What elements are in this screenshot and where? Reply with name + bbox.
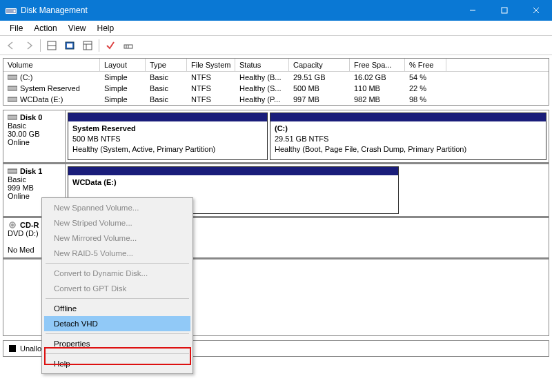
title-bar: Disk Management (0, 0, 552, 21)
volume-row[interactable]: (C:) Simple Basic NTFS Healthy (B... 29.… (3, 72, 549, 83)
volume-layout: Simple (100, 72, 146, 83)
volume-free: 110 MB (350, 83, 405, 94)
volume-fs: NTFS (187, 94, 235, 105)
volume-pfree: 98 % (405, 94, 446, 105)
toolbar-separator (40, 39, 41, 52)
disk-icon (8, 114, 17, 121)
partition-status: Healthy (Boot, Page File, Crash Dump, Pr… (275, 144, 542, 155)
ctx-offline[interactable]: Offline (44, 301, 190, 316)
volume-cap: 29.51 GB (289, 72, 350, 83)
volume-cap: 997 MB (289, 94, 350, 105)
volume-pfree: 54 % (405, 72, 446, 83)
partition-c[interactable]: (C:) 29.51 GB NTFS Healthy (Boot, Page F… (270, 112, 546, 160)
svg-rect-17 (8, 75, 17, 79)
minimize-button[interactable] (457, 0, 489, 21)
disk0-info[interactable]: Disk 0 Basic 30.00 GB Online (3, 110, 66, 162)
partition-system-reserved[interactable]: System Reserved 500 MB NTFS Healthy (Sys… (68, 112, 268, 160)
volume-fs: NTFS (187, 72, 235, 83)
svg-point-2 (14, 10, 16, 12)
volume-status: Healthy (P... (235, 94, 289, 105)
ctx-separator (46, 298, 189, 299)
maximize-button[interactable] (489, 0, 520, 21)
col-status[interactable]: Status (235, 59, 289, 71)
col-filesystem[interactable]: File System (187, 59, 235, 71)
volume-list-header: Volume Layout Type File System Status Ca… (3, 59, 549, 72)
volume-list: Volume Layout Type File System Status Ca… (3, 58, 549, 106)
menu-bar: File Action View Help (0, 21, 552, 36)
col-freespace[interactable]: Free Spa... (350, 59, 405, 71)
ctx-new-spanned: New Spanned Volume... (44, 200, 190, 215)
partition-cap: 500 MB NTFS (72, 134, 263, 144)
disk-icon (8, 168, 17, 175)
menu-file[interactable]: File (4, 22, 28, 35)
ctx-separator (46, 353, 189, 354)
partition-bar (68, 113, 267, 121)
tool-button-3[interactable] (120, 38, 137, 53)
ctx-new-raid5: New RAID-5 Volume... (44, 246, 190, 261)
toolbar (0, 36, 552, 55)
toolbar-separator (99, 39, 99, 52)
back-button (3, 38, 19, 53)
volume-type: Basic (146, 72, 187, 83)
ctx-separator (46, 263, 189, 264)
drive-icon (8, 96, 17, 103)
disk1-size: 999 MB (8, 184, 61, 192)
disk-row-0: Disk 0 Basic 30.00 GB Online System Rese… (3, 110, 549, 164)
partition-status: Healthy (System, Active, Primary Partiti… (72, 144, 263, 155)
col-pctfree[interactable]: % Free (405, 59, 446, 71)
partition-name: (C:) (275, 124, 542, 134)
volume-status: Healthy (S... (235, 83, 289, 94)
tool-button-1[interactable] (79, 38, 96, 53)
volume-fs: NTFS (187, 83, 235, 94)
volume-cap: 500 MB (289, 83, 350, 94)
menu-view[interactable]: View (63, 22, 92, 35)
partition-bar (270, 113, 546, 121)
refresh-button[interactable] (61, 38, 78, 53)
context-menu: New Spanned Volume... New Striped Volume… (41, 197, 193, 374)
svg-point-23 (12, 224, 14, 226)
disk0-state: Online (8, 138, 61, 146)
svg-rect-21 (8, 169, 17, 173)
svg-rect-11 (83, 41, 92, 50)
volume-row[interactable]: System Reserved Simple Basic NTFS Health… (3, 83, 549, 94)
disk1-type: Basic (8, 175, 61, 184)
volume-name: System Reserved (20, 84, 80, 92)
volume-free: 16.02 GB (350, 72, 405, 83)
swatch-unallocated (9, 345, 16, 352)
ctx-detach-vhd[interactable]: Detach VHD (44, 316, 190, 331)
svg-rect-10 (67, 43, 72, 48)
app-icon (6, 6, 17, 15)
ctx-help[interactable]: Help (44, 356, 190, 371)
col-volume[interactable]: Volume (3, 59, 100, 71)
volume-layout: Simple (100, 94, 146, 105)
tool-button-2[interactable] (102, 38, 119, 53)
view-large-button[interactable] (43, 38, 60, 53)
svg-rect-19 (8, 97, 17, 101)
ctx-new-mirrored: New Mirrored Volume... (44, 231, 190, 246)
disk0-name: Disk 0 (20, 113, 42, 121)
svg-rect-4 (502, 8, 507, 13)
volume-status: Healthy (B... (235, 72, 289, 83)
menu-help[interactable]: Help (92, 22, 120, 35)
forward-button (21, 38, 37, 53)
partition-cap: 29.51 GB NTFS (275, 134, 542, 144)
ctx-convert-dynamic: Convert to Dynamic Disk... (44, 266, 190, 281)
menu-action[interactable]: Action (28, 22, 62, 35)
volume-pfree: 22 % (405, 83, 446, 94)
volume-row[interactable]: WCData (E:) Simple Basic NTFS Healthy (P… (3, 94, 549, 105)
drive-icon (8, 85, 17, 92)
window-title: Disk Management (21, 6, 457, 15)
col-layout[interactable]: Layout (100, 59, 146, 71)
volume-name: WCData (E:) (20, 95, 63, 104)
svg-rect-20 (8, 115, 17, 119)
drive-icon (8, 74, 17, 81)
col-type[interactable]: Type (146, 59, 187, 71)
close-button[interactable] (520, 0, 552, 21)
svg-rect-18 (8, 86, 17, 90)
col-capacity[interactable]: Capacity (289, 59, 350, 71)
ctx-separator (46, 333, 189, 334)
disk1-name: Disk 1 (20, 167, 42, 175)
partition-name: System Reserved (72, 124, 263, 134)
ctx-properties[interactable]: Properties (44, 336, 190, 351)
volume-layout: Simple (100, 83, 146, 94)
